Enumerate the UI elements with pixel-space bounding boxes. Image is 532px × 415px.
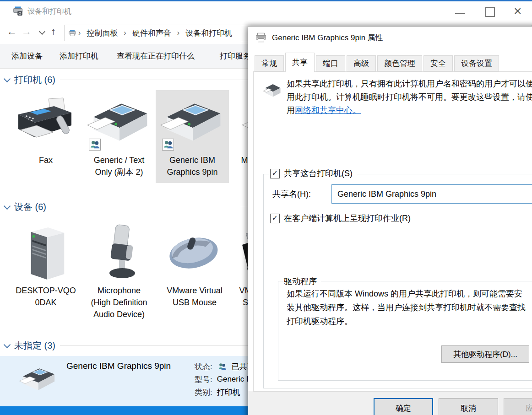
sharing-info-text-line3: 用网络和共享中心。 bbox=[287, 105, 361, 116]
shared-badge-icon bbox=[162, 139, 174, 151]
selected-printer-icon bbox=[18, 364, 58, 394]
window-accent-line bbox=[0, 0, 532, 1]
sharing-info-printer-icon bbox=[263, 83, 283, 99]
breadcrumb-separator: › bbox=[177, 29, 179, 37]
location-printer-icon bbox=[68, 29, 76, 37]
shared-badge-icon bbox=[217, 361, 227, 372]
back-icon[interactable]: ← bbox=[7, 26, 17, 38]
drivers-group-label: 驱动程序 bbox=[283, 276, 321, 287]
ok-button[interactable]: 确定 bbox=[374, 398, 433, 415]
network-sharing-center-link[interactable]: 网络和共享中心。 bbox=[295, 106, 361, 115]
collapse-chevron-icon bbox=[4, 75, 11, 82]
sharing-info-text-line2: 用此打印机。计算机睡眠时打印机将不可用。要更改这些设置，请使 bbox=[287, 92, 532, 102]
computer-tower-icon bbox=[21, 222, 71, 282]
collapse-chevron-icon bbox=[4, 202, 11, 210]
window-title: 设备和打印机 bbox=[27, 7, 71, 16]
share-printer-checkbox[interactable]: ✓ bbox=[270, 169, 280, 178]
breadcrumb-separator: › bbox=[78, 29, 81, 37]
tab-general[interactable]: 常规 bbox=[255, 55, 284, 71]
dialog-printer-icon bbox=[255, 32, 267, 43]
details-category-value: 打印机 bbox=[217, 387, 240, 398]
breadcrumb-hardware-sound[interactable]: 硬件和声音 bbox=[128, 28, 175, 38]
render-jobs-checkbox[interactable]: ✓ bbox=[270, 214, 280, 223]
dialog-title: Generic IBM Graphics 9pin 属性 bbox=[272, 32, 383, 43]
apply-button[interactable]: 应用 bbox=[504, 398, 532, 415]
recent-locations-chevron-icon[interactable] bbox=[39, 28, 45, 35]
device-label: Microphone (High Definition Audio Device… bbox=[82, 285, 156, 320]
device-label: VMware Virtual USB Mouse bbox=[158, 285, 231, 308]
printer-properties-dialog: Generic IBM Graphics 9pin 属性 常规 共享 端口 高级… bbox=[248, 26, 532, 415]
section-devices-label: 设备 (6) bbox=[14, 201, 46, 213]
mouse-icon bbox=[163, 231, 226, 274]
drivers-info-text: 如果运行不同版本 Windows 的用户共享此打印机，则可能需要安 装其他驱动程… bbox=[287, 287, 526, 328]
details-status-label: 状态: bbox=[195, 361, 212, 372]
collapse-chevron-icon bbox=[4, 341, 11, 348]
fax-machine-icon bbox=[14, 97, 78, 147]
printer-label: Generic IBM Graphics 9pin bbox=[156, 154, 229, 178]
breadcrumb-separator: › bbox=[124, 29, 126, 37]
microphone-icon bbox=[96, 222, 142, 282]
tab-device-settings[interactable]: 设备设置 bbox=[454, 55, 499, 71]
additional-drivers-button[interactable]: 其他驱动程序(D)... bbox=[441, 345, 529, 363]
close-icon[interactable]: × bbox=[514, 2, 522, 20]
tab-color-management[interactable]: 颜色管理 bbox=[377, 55, 422, 71]
share-name-input[interactable] bbox=[331, 184, 532, 204]
printer-label: Generic / Text Only (副本 2) bbox=[82, 154, 156, 178]
tab-security[interactable]: 安全 bbox=[423, 55, 453, 71]
sharing-info-line3-prefix: 用 bbox=[287, 106, 295, 115]
details-category-label: 类别: bbox=[195, 387, 212, 398]
dialog-tab-strip: 常规 共享 端口 高级 颜色管理 安全 设备设置 bbox=[255, 53, 500, 71]
tab-advanced[interactable]: 高级 bbox=[347, 55, 376, 71]
device-tile-microphone[interactable]: Microphone (High Definition Audio Device… bbox=[82, 220, 156, 329]
breadcrumb-control-panel[interactable]: 控制面板 bbox=[82, 28, 122, 38]
details-model-label: 型号: bbox=[195, 374, 212, 385]
dialog-titlebar: Generic IBM Graphics 9pin 属性 bbox=[248, 27, 383, 49]
minimize-icon[interactable] bbox=[455, 13, 465, 14]
section-unspecified-label: 未指定 (3) bbox=[14, 340, 55, 352]
device-tile-mouse[interactable]: VMware Virtual USB Mouse bbox=[158, 220, 231, 329]
cancel-button[interactable]: 取消 bbox=[439, 398, 498, 415]
render-jobs-checkbox-row[interactable]: ✓ 在客户端计算机上呈现打印作业(R) bbox=[269, 213, 415, 224]
add-printer-button[interactable]: 添加打印机 bbox=[60, 44, 98, 68]
share-name-label: 共享名(H): bbox=[272, 189, 311, 199]
share-printer-checkbox-row[interactable]: ✓ 共享这台打印机(S) bbox=[269, 168, 357, 179]
tab-sharing[interactable]: 共享 bbox=[285, 53, 315, 72]
up-icon[interactable]: ↑ bbox=[51, 26, 56, 38]
sharing-info-text-line1: 如果共享此打印机，只有拥有此计算机用户名和密码的用户才可以使 bbox=[287, 78, 532, 89]
add-device-button[interactable]: 添加设备 bbox=[11, 44, 43, 68]
section-printers-label: 打印机 (6) bbox=[14, 74, 55, 86]
printer-tile-fax[interactable]: Fax bbox=[9, 90, 82, 183]
share-printer-checkbox-label: 共享这台打印机(S) bbox=[284, 168, 353, 179]
sharing-tab-page: 如果共享此打印机，只有拥有此计算机用户名和密码的用户才可以使 用此打印机。计算机… bbox=[253, 71, 532, 392]
printer-tile-generic-ibm-graphics-9pin[interactable]: Generic IBM Graphics 9pin bbox=[156, 90, 229, 183]
printer-tile-generic-text-only[interactable]: Generic / Text Only (副本 2) bbox=[82, 90, 156, 183]
shared-badge-icon bbox=[89, 139, 101, 151]
details-printer-name: Generic IBM Graphics 9pin bbox=[66, 361, 171, 371]
render-jobs-checkbox-label: 在客户端计算机上呈现打印作业(R) bbox=[284, 213, 411, 224]
maximize-icon[interactable] bbox=[485, 7, 495, 17]
tab-ports[interactable]: 端口 bbox=[316, 55, 345, 71]
breadcrumb-devices-printers[interactable]: 设备和打印机 bbox=[181, 28, 236, 38]
forward-icon[interactable]: → bbox=[22, 26, 32, 38]
device-tile-desktop[interactable]: DESKTOP-VQO 0DAK bbox=[9, 220, 82, 329]
printer-label: Fax bbox=[9, 154, 82, 166]
device-label: DESKTOP-VQO 0DAK bbox=[9, 285, 82, 308]
devices-and-printers-app-icon bbox=[12, 5, 24, 17]
see-whats-printing-button[interactable]: 查看现在正在打印什么 bbox=[117, 44, 195, 68]
